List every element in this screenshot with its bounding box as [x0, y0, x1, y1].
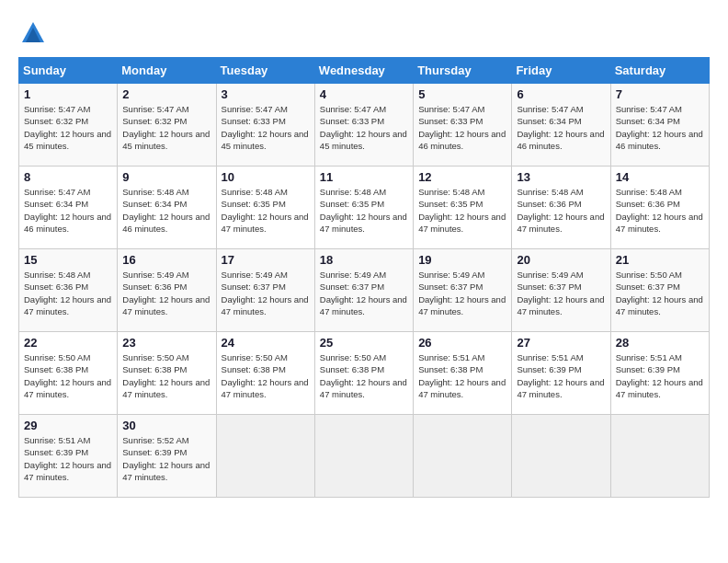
calendar-cell: 1 Sunrise: 5:47 AMSunset: 6:32 PMDayligh…	[19, 84, 118, 167]
day-number: 4	[320, 87, 408, 101]
day-number: 10	[222, 170, 310, 184]
weekday-header: Sunday	[19, 58, 118, 84]
day-detail: Sunrise: 5:51 AMSunset: 6:38 PMDaylight:…	[418, 352, 506, 399]
day-number: 16	[122, 253, 210, 267]
calendar-cell: 14 Sunrise: 5:48 AMSunset: 6:36 PMDaylig…	[610, 167, 709, 249]
day-number: 27	[517, 336, 605, 350]
day-detail: Sunrise: 5:47 AMSunset: 6:34 PMDaylight:…	[616, 104, 703, 151]
day-detail: Sunrise: 5:47 AMSunset: 6:34 PMDaylight:…	[517, 104, 604, 151]
day-detail: Sunrise: 5:49 AMSunset: 6:37 PMDaylight:…	[222, 270, 309, 316]
calendar-cell: 20 Sunrise: 5:49 AMSunset: 6:37 PMDaylig…	[512, 249, 610, 332]
day-number: 25	[320, 336, 408, 350]
calendar-table: SundayMondayTuesdayWednesdayThursdayFrid…	[18, 57, 710, 498]
day-detail: Sunrise: 5:50 AMSunset: 6:38 PMDaylight:…	[222, 352, 309, 399]
day-number: 9	[122, 170, 210, 184]
day-number: 24	[222, 336, 310, 350]
day-detail: Sunrise: 5:50 AMSunset: 6:38 PMDaylight:…	[122, 352, 210, 399]
weekday-header: Thursday	[414, 58, 512, 84]
day-detail: Sunrise: 5:48 AMSunset: 6:35 PMDaylight:…	[320, 187, 407, 234]
logo	[18, 18, 51, 48]
calendar-cell: 9 Sunrise: 5:48 AMSunset: 6:34 PMDayligh…	[118, 167, 216, 249]
calendar-week-row: 15 Sunrise: 5:48 AMSunset: 6:36 PMDaylig…	[19, 249, 710, 332]
calendar-cell: 8 Sunrise: 5:47 AMSunset: 6:34 PMDayligh…	[19, 167, 118, 249]
weekday-header: Friday	[512, 58, 610, 84]
calendar-cell	[414, 415, 512, 498]
logo-icon	[18, 18, 48, 48]
calendar-cell: 21 Sunrise: 5:50 AMSunset: 6:37 PMDaylig…	[610, 249, 709, 332]
calendar-cell	[610, 415, 709, 498]
calendar-cell: 27 Sunrise: 5:51 AMSunset: 6:39 PMDaylig…	[512, 332, 610, 415]
day-number: 28	[616, 336, 704, 350]
weekday-header: Wednesday	[314, 58, 413, 84]
day-detail: Sunrise: 5:50 AMSunset: 6:37 PMDaylight:…	[616, 270, 703, 316]
calendar-week-row: 1 Sunrise: 5:47 AMSunset: 6:32 PMDayligh…	[19, 84, 710, 167]
calendar-cell: 4 Sunrise: 5:47 AMSunset: 6:33 PMDayligh…	[314, 84, 413, 167]
day-number: 20	[517, 253, 605, 267]
day-number: 11	[320, 170, 408, 184]
day-number: 2	[122, 87, 210, 101]
day-number: 12	[418, 170, 506, 184]
day-number: 21	[616, 253, 704, 267]
calendar-cell: 23 Sunrise: 5:50 AMSunset: 6:38 PMDaylig…	[118, 332, 216, 415]
day-detail: Sunrise: 5:48 AMSunset: 6:35 PMDaylight:…	[418, 187, 506, 234]
calendar-cell: 30 Sunrise: 5:52 AMSunset: 6:39 PMDaylig…	[118, 415, 216, 498]
day-detail: Sunrise: 5:48 AMSunset: 6:36 PMDaylight:…	[517, 187, 604, 234]
day-number: 7	[616, 87, 704, 101]
day-number: 19	[418, 253, 506, 267]
calendar-cell: 10 Sunrise: 5:48 AMSunset: 6:35 PMDaylig…	[216, 167, 314, 249]
calendar-cell: 7 Sunrise: 5:47 AMSunset: 6:34 PMDayligh…	[610, 84, 709, 167]
day-detail: Sunrise: 5:51 AMSunset: 6:39 PMDaylight:…	[517, 352, 604, 399]
day-detail: Sunrise: 5:49 AMSunset: 6:37 PMDaylight:…	[418, 270, 506, 316]
calendar-cell: 6 Sunrise: 5:47 AMSunset: 6:34 PMDayligh…	[512, 84, 610, 167]
day-detail: Sunrise: 5:48 AMSunset: 6:35 PMDaylight:…	[222, 187, 309, 234]
calendar-week-row: 29 Sunrise: 5:51 AMSunset: 6:39 PMDaylig…	[19, 415, 710, 498]
calendar-cell: 13 Sunrise: 5:48 AMSunset: 6:36 PMDaylig…	[512, 167, 610, 249]
calendar-cell: 5 Sunrise: 5:47 AMSunset: 6:33 PMDayligh…	[414, 84, 512, 167]
day-detail: Sunrise: 5:49 AMSunset: 6:37 PMDaylight:…	[517, 270, 604, 316]
day-detail: Sunrise: 5:47 AMSunset: 6:33 PMDaylight:…	[418, 104, 506, 151]
day-detail: Sunrise: 5:47 AMSunset: 6:33 PMDaylight:…	[320, 104, 407, 151]
day-number: 26	[418, 336, 506, 350]
day-detail: Sunrise: 5:49 AMSunset: 6:37 PMDaylight:…	[320, 270, 407, 316]
day-number: 15	[24, 253, 112, 267]
calendar-cell: 25 Sunrise: 5:50 AMSunset: 6:38 PMDaylig…	[314, 332, 413, 415]
day-detail: Sunrise: 5:48 AMSunset: 6:36 PMDaylight:…	[616, 187, 703, 234]
calendar-cell: 24 Sunrise: 5:50 AMSunset: 6:38 PMDaylig…	[216, 332, 314, 415]
day-number: 17	[222, 253, 310, 267]
calendar-cell	[512, 415, 610, 498]
day-number: 14	[616, 170, 704, 184]
weekday-header: Saturday	[610, 58, 709, 84]
day-detail: Sunrise: 5:47 AMSunset: 6:32 PMDaylight:…	[24, 104, 111, 151]
day-detail: Sunrise: 5:47 AMSunset: 6:32 PMDaylight:…	[122, 104, 210, 151]
calendar-cell: 22 Sunrise: 5:50 AMSunset: 6:38 PMDaylig…	[19, 332, 118, 415]
day-number: 3	[222, 87, 310, 101]
day-detail: Sunrise: 5:48 AMSunset: 6:34 PMDaylight:…	[122, 187, 210, 234]
calendar-cell: 16 Sunrise: 5:49 AMSunset: 6:36 PMDaylig…	[118, 249, 216, 332]
calendar-cell: 28 Sunrise: 5:51 AMSunset: 6:39 PMDaylig…	[610, 332, 709, 415]
calendar-cell: 18 Sunrise: 5:49 AMSunset: 6:37 PMDaylig…	[314, 249, 413, 332]
calendar-cell: 26 Sunrise: 5:51 AMSunset: 6:38 PMDaylig…	[414, 332, 512, 415]
day-number: 23	[122, 336, 210, 350]
calendar-cell: 3 Sunrise: 5:47 AMSunset: 6:33 PMDayligh…	[216, 84, 314, 167]
calendar-week-row: 8 Sunrise: 5:47 AMSunset: 6:34 PMDayligh…	[19, 167, 710, 249]
day-number: 18	[320, 253, 408, 267]
day-detail: Sunrise: 5:48 AMSunset: 6:36 PMDaylight:…	[24, 270, 111, 316]
header	[18, 18, 710, 48]
calendar-cell: 2 Sunrise: 5:47 AMSunset: 6:32 PMDayligh…	[118, 84, 216, 167]
weekday-header-row: SundayMondayTuesdayWednesdayThursdayFrid…	[19, 58, 710, 84]
day-number: 5	[418, 87, 506, 101]
calendar-cell	[216, 415, 314, 498]
day-number: 30	[122, 419, 210, 432]
calendar-cell: 15 Sunrise: 5:48 AMSunset: 6:36 PMDaylig…	[19, 249, 118, 332]
day-detail: Sunrise: 5:49 AMSunset: 6:36 PMDaylight:…	[122, 270, 210, 316]
day-detail: Sunrise: 5:51 AMSunset: 6:39 PMDaylight:…	[616, 352, 703, 399]
day-detail: Sunrise: 5:47 AMSunset: 6:33 PMDaylight:…	[222, 104, 309, 151]
day-detail: Sunrise: 5:47 AMSunset: 6:34 PMDaylight:…	[24, 187, 111, 234]
day-number: 29	[24, 419, 112, 432]
calendar-cell: 19 Sunrise: 5:49 AMSunset: 6:37 PMDaylig…	[414, 249, 512, 332]
day-number: 8	[24, 170, 112, 184]
day-number: 22	[24, 336, 112, 350]
day-detail: Sunrise: 5:51 AMSunset: 6:39 PMDaylight:…	[24, 435, 111, 482]
calendar-cell: 29 Sunrise: 5:51 AMSunset: 6:39 PMDaylig…	[19, 415, 118, 498]
calendar-week-row: 22 Sunrise: 5:50 AMSunset: 6:38 PMDaylig…	[19, 332, 710, 415]
